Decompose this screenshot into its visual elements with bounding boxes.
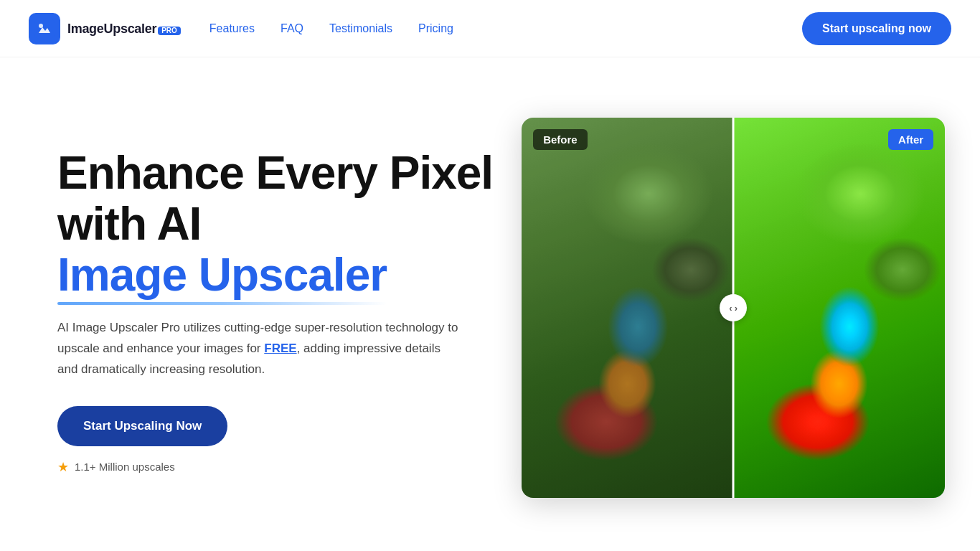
logo[interactable]: ImageUpscalerPRO — [29, 13, 181, 44]
hero-title-line2: with AI — [57, 199, 493, 249]
after-side: After — [733, 118, 945, 498]
logo-name: ImageUpscaler — [67, 22, 156, 35]
handle-left-arrow: ‹ — [729, 303, 732, 314]
logo-pro-badge: PRO — [158, 27, 181, 35]
hero-left: Enhance Every Pixel with AI Image Upscal… — [57, 133, 493, 474]
hero-free-link[interactable]: FREE — [264, 342, 296, 355]
after-label: After — [888, 129, 933, 150]
nav-features[interactable]: Features — [209, 22, 255, 35]
hero-title: Enhance Every Pixel with AI Image Upscal… — [57, 148, 493, 301]
star-icon: ★ — [57, 459, 69, 475]
hero-description: AI Image Upscaler Pro utilizes cutting-e… — [57, 318, 459, 380]
hero-right: Before After ‹ › — [522, 57, 945, 551]
hero-title-blue: Image Upscaler — [57, 249, 387, 302]
comparison-handle[interactable]: ‹ › — [720, 294, 747, 321]
navbar-cta-button[interactable]: Start upscaling now — [802, 12, 951, 45]
nav-links: Features FAQ Testimonials Pricing — [209, 22, 453, 35]
before-label: Before — [533, 129, 588, 150]
handle-right-arrow: › — [735, 303, 738, 314]
nav-testimonials[interactable]: Testimonials — [329, 22, 392, 35]
before-side: Before — [522, 118, 733, 498]
svg-rect-0 — [34, 19, 55, 39]
logo-text: ImageUpscalerPRO — [67, 22, 181, 35]
nav-pricing[interactable]: Pricing — [418, 22, 453, 35]
before-image — [522, 118, 733, 498]
stat-text: 1.1+ Million upscales — [75, 461, 175, 473]
logo-icon — [29, 13, 60, 44]
main-content: Enhance Every Pixel with AI Image Upscal… — [0, 57, 980, 551]
nav-faq[interactable]: FAQ — [281, 22, 303, 35]
hero-cta-button[interactable]: Start Upscaling Now — [57, 406, 227, 446]
after-image — [733, 118, 945, 498]
hero-title-line1: Enhance Every Pixel — [57, 148, 493, 198]
comparison-container[interactable]: Before After ‹ › — [522, 118, 945, 498]
handle-arrows: ‹ › — [729, 303, 738, 314]
navbar: ImageUpscalerPRO Features FAQ Testimonia… — [0, 0, 980, 57]
hero-stat: ★ 1.1+ Million upscales — [57, 459, 493, 475]
svg-point-1 — [39, 24, 43, 28]
